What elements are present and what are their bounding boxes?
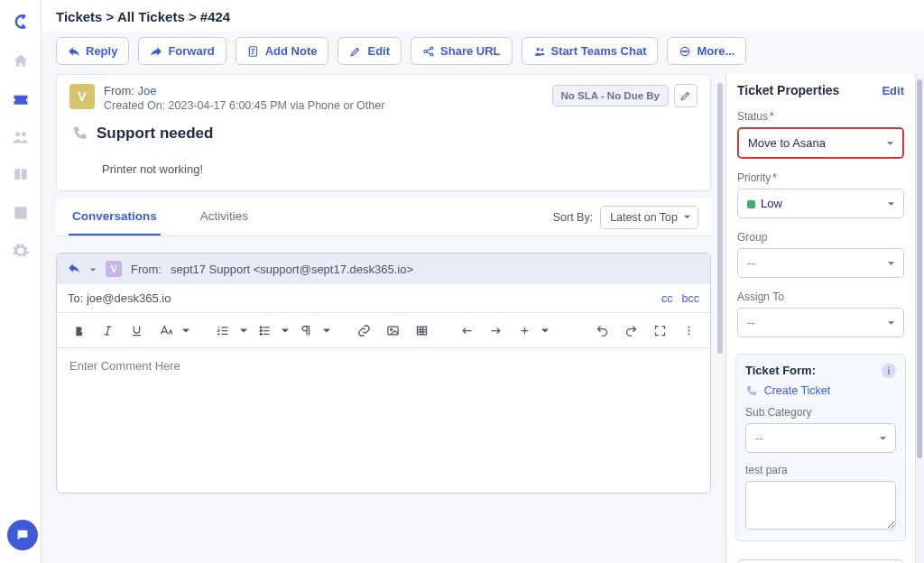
outdent-button[interactable]	[454, 318, 479, 342]
priority-select[interactable]: Low	[737, 189, 904, 218]
editor-more-button[interactable]	[676, 318, 701, 342]
paragraph-button[interactable]	[293, 318, 319, 342]
edit-label: Edit	[367, 44, 390, 58]
properties-edit-link[interactable]: Edit	[882, 84, 904, 97]
svg-point-9	[687, 51, 688, 51]
nav-tickets-icon[interactable]	[12, 90, 30, 108]
sort-label: Sort By:	[553, 211, 593, 224]
requester-link[interactable]: Joe	[138, 84, 157, 97]
teams-icon	[533, 45, 546, 58]
font-caret[interactable]	[181, 318, 190, 342]
phone-icon	[71, 125, 88, 142]
tab-conversations[interactable]: Conversations	[69, 198, 161, 235]
link-button[interactable]	[351, 318, 376, 342]
more-label: More...	[697, 44, 735, 58]
created-line: Created On: 2023-04-17 6:00:45 PM via Ph…	[104, 99, 543, 112]
more-icon	[679, 45, 691, 58]
share-url-button[interactable]: Share URL	[411, 37, 512, 65]
chevron-down-icon	[879, 431, 887, 445]
subcategory-select[interactable]: --	[745, 423, 896, 453]
editor-body[interactable]: Enter Comment Here	[57, 348, 710, 493]
cc-button[interactable]: cc	[661, 292, 673, 305]
ul-caret[interactable]	[281, 318, 290, 342]
agent-avatar: V	[106, 261, 122, 277]
tab-activities[interactable]: Activities	[197, 198, 252, 235]
left-nav	[0, 0, 42, 563]
add-note-button[interactable]: Add Note	[236, 37, 329, 65]
bcc-button[interactable]: bcc	[682, 292, 699, 305]
svg-point-16	[688, 326, 689, 328]
status-label: Status*	[737, 110, 904, 123]
group-select[interactable]: --	[737, 248, 904, 278]
reply-label: Reply	[86, 44, 117, 58]
svg-point-11	[260, 329, 262, 331]
svg-point-17	[688, 329, 689, 331]
assign-label: Assign To	[737, 291, 904, 303]
svg-point-10	[260, 326, 262, 328]
bold-button[interactable]	[66, 318, 91, 342]
center-scrollbar[interactable]	[716, 74, 724, 563]
status-value: Move to Asana	[748, 136, 826, 150]
svg-rect-15	[417, 327, 426, 335]
image-button[interactable]	[380, 318, 405, 342]
svg-point-14	[390, 328, 392, 330]
para-caret[interactable]	[322, 318, 331, 342]
insert-button[interactable]	[512, 318, 537, 342]
reply-button[interactable]: Reply	[56, 37, 129, 65]
forward-icon	[150, 45, 162, 58]
more-button[interactable]: More...	[667, 37, 746, 65]
share-url-label: Share URL	[440, 44, 500, 58]
chevron-down-icon	[886, 136, 894, 150]
group-label: Group	[737, 231, 904, 244]
edit-header-button[interactable]	[674, 84, 698, 107]
indent-button[interactable]	[483, 318, 508, 342]
breadcrumbs: Tickets > All Tickets > #424	[42, 0, 924, 32]
right-scrollbar[interactable]	[915, 74, 924, 563]
forward-button[interactable]: Forward	[138, 37, 226, 65]
teams-chat-button[interactable]: Start Teams Chat	[522, 37, 659, 65]
underline-button[interactable]	[124, 318, 149, 342]
reply-icon	[68, 45, 80, 58]
nav-settings-icon[interactable]	[12, 242, 30, 260]
pencil-icon	[679, 89, 692, 102]
nav-contacts-icon[interactable]	[12, 128, 30, 146]
table-button[interactable]	[409, 318, 434, 342]
redo-button[interactable]	[618, 318, 643, 342]
reply-to-value: joe@desk365.io	[87, 291, 171, 305]
svg-rect-13	[387, 327, 397, 335]
testpara-textarea[interactable]	[745, 481, 896, 530]
priority-label: Priority*	[737, 171, 904, 184]
chat-fab[interactable]	[7, 520, 38, 550]
svg-point-7	[683, 51, 684, 51]
ordered-list-button[interactable]	[210, 318, 236, 342]
nav-reports-icon[interactable]	[12, 204, 30, 222]
italic-button[interactable]	[95, 318, 120, 342]
undo-button[interactable]	[589, 318, 614, 342]
unordered-list-button[interactable]	[252, 318, 277, 342]
assign-select[interactable]: --	[737, 308, 904, 337]
font-button[interactable]	[152, 318, 178, 342]
ol-caret[interactable]	[239, 318, 248, 342]
nav-home-icon[interactable]	[12, 52, 30, 70]
properties-title: Ticket Properties	[737, 83, 839, 97]
insert-caret[interactable]	[541, 318, 550, 342]
reply-mode-caret[interactable]	[89, 263, 97, 276]
tabs-row: Conversations Activities Sort By: Latest…	[56, 198, 711, 236]
reply-arrow-icon[interactable]	[68, 262, 80, 277]
edit-button[interactable]: Edit	[337, 37, 402, 65]
ticket-description: Printer not working!	[102, 162, 698, 176]
reply-to-label: To:	[68, 291, 83, 305]
create-ticket-link[interactable]: Create Ticket	[764, 384, 831, 397]
update-ticket-button[interactable]: Update Ticket	[737, 559, 904, 563]
ticket-properties-panel: Ticket Properties Edit Status* Move to A…	[725, 74, 915, 563]
nav-knowledge-icon[interactable]	[12, 166, 30, 184]
info-icon[interactable]: i	[882, 364, 896, 378]
pencil-icon	[349, 45, 362, 58]
subcategory-value: --	[755, 431, 763, 445]
subcategory-label: Sub Category	[745, 406, 896, 419]
status-select[interactable]: Move to Asana	[737, 127, 904, 159]
fullscreen-button[interactable]	[647, 318, 672, 342]
sort-select[interactable]: Latest on Top	[600, 206, 698, 229]
add-note-label: Add Note	[265, 44, 318, 58]
svg-point-5	[541, 48, 543, 51]
